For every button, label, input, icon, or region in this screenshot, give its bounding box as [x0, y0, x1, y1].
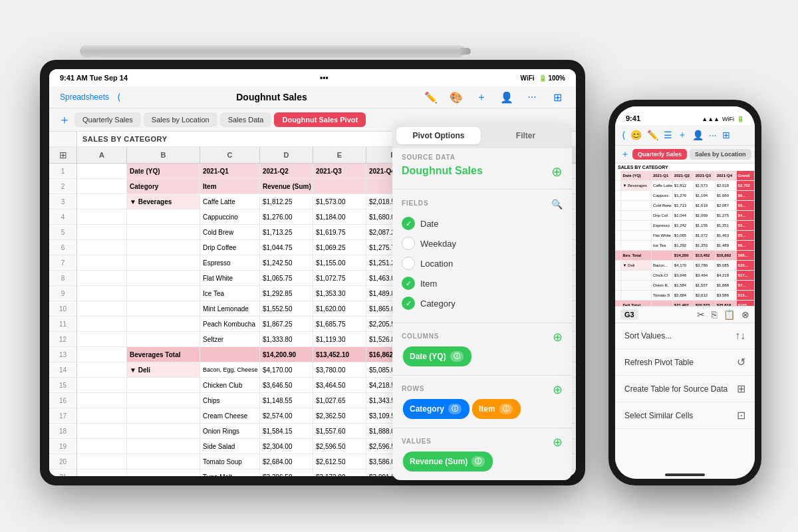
field-category-label: Category: [420, 299, 456, 309]
item-info-icon[interactable]: ⓘ: [499, 404, 513, 414]
col-a-header: A: [77, 147, 127, 163]
rows-label: ROWS: [402, 385, 424, 392]
close-x-icon[interactable]: ⊗: [741, 309, 749, 320]
iphone-table-row: Date (YQ) 2021-Q1 2021-Q2 2021-Q3 2021-Q…: [615, 171, 755, 181]
iphone-tools2-icon[interactable]: ⊞: [721, 128, 732, 142]
field-weekday-check[interactable]: [402, 237, 415, 250]
scene: 9:41 AM Tue Sep 14 ••• WiFi 🔋 100% Sprea…: [0, 0, 798, 532]
column-tag-date-yq[interactable]: Date (YQ) ⓘ: [403, 346, 471, 366]
columns-label: COLUMNS: [402, 332, 439, 340]
iphone-spreadsheet: SALES BY CATEGORY Date (YQ) 2021-Q1 2021…: [615, 164, 755, 306]
iphone-device: 9:41 ▲▲▲ WiFi 🔋 ⟨ 😊 ✏️ ☰ ＋ 👤 ··· ⊞: [608, 100, 761, 485]
row-tag-item[interactable]: Item ⓘ: [472, 399, 521, 419]
iphone-status-icons: ▲▲▲ WiFi 🔋: [702, 116, 744, 122]
create-table-label: Create Table for Source Data: [624, 384, 728, 394]
rows-add-icon[interactable]: ⊕: [553, 382, 563, 397]
col-c-header: C: [200, 147, 260, 163]
field-weekday: Weekday: [402, 233, 563, 253]
iphone-pen-icon[interactable]: ✏️: [646, 128, 660, 142]
sort-values-item[interactable]: Sort Values... ↑↓: [615, 323, 755, 349]
ipad-time: 9:41 AM Tue Sep 14: [60, 74, 128, 82]
date-yq-info-icon[interactable]: ⓘ: [450, 351, 464, 362]
copy-icon[interactable]: ⎘: [712, 309, 717, 320]
sort-values-label: Sort Values...: [624, 331, 672, 340]
add-sheet-button[interactable]: ＋: [57, 112, 72, 127]
field-item-check[interactable]: ✓: [402, 277, 415, 290]
iphone-back-icon[interactable]: ⟨: [620, 128, 626, 142]
iphone-format-icon[interactable]: ☰: [662, 128, 674, 142]
source-plus-icon[interactable]: ⊕: [551, 164, 563, 180]
select-similar-item[interactable]: Select Similar Cells ⊡: [615, 402, 755, 429]
fields-label: FIELDS: [402, 200, 428, 207]
pivot-fields-section: FIELDS 🔍 ✓ Date Weekday Location ✓ Item: [392, 194, 572, 319]
collaborate-icon[interactable]: ✏️: [423, 89, 439, 105]
revenue-info-icon[interactable]: ⓘ: [471, 456, 485, 467]
table-icon: ⊞: [737, 382, 745, 395]
back-icon[interactable]: ⟨: [117, 92, 120, 102]
back-button[interactable]: Spreadsheets: [60, 92, 109, 102]
field-location-check[interactable]: [402, 257, 415, 270]
add-icon[interactable]: ＋: [473, 89, 489, 105]
cut-icon[interactable]: ✂: [697, 309, 705, 320]
fields-search-icon[interactable]: 🔍: [551, 199, 563, 209]
tools-icon[interactable]: ⊞: [549, 89, 565, 105]
field-date-label: Date: [420, 219, 438, 229]
iphone-table-row: Flat White $1,065 $1,072 $1,463 $5...: [615, 231, 755, 241]
field-weekday-label: Weekday: [420, 239, 456, 249]
battery-icon: 🔋 100%: [539, 74, 565, 82]
iphone-section-title: SALES BY CATEGORY: [615, 164, 755, 171]
iphone-table-row: Ice Tea $1,292 $1,353 $1,489 $6...: [615, 241, 755, 251]
field-date-check[interactable]: ✓: [402, 217, 415, 230]
iphone-table-row: ▼ Deli Bacon... $4,170 $3,780 $5,085 $20…: [615, 261, 755, 271]
share-icon[interactable]: 👤: [499, 89, 515, 105]
iphone-table-row: Deli Total $21,497 $20,573 $25,818 $105.…: [615, 301, 755, 306]
iphone-emoji-icon[interactable]: 😊: [629, 128, 643, 142]
section-title: SALES BY CATEGORY: [77, 132, 172, 146]
iphone-home-bar: [615, 466, 755, 479]
sort-icon: ↑↓: [735, 330, 745, 342]
paste-icon[interactable]: 📋: [724, 309, 735, 320]
tab-quarterly-sales[interactable]: Quarterly Sales: [74, 112, 141, 127]
iphone-tab-sa[interactable]: Sa...: [754, 149, 755, 160]
iphone-table-row: Chick.Cl $3,646 $3,464 $4,218 $17...: [615, 271, 755, 281]
iphone-more-icon[interactable]: ···: [708, 128, 718, 142]
tab-sales-data[interactable]: Sales Data: [220, 112, 272, 127]
iphone-add-icon[interactable]: ＋: [676, 128, 688, 142]
source-data-label: SOURCE DATA: [402, 154, 563, 161]
field-location: Location: [402, 253, 563, 273]
iphone-table-row: ▼ Beverages Caffe Latte $1,812 $1,573 $2…: [615, 181, 755, 191]
iphone-battery-icon: 🔋: [737, 116, 744, 122]
columns-add-icon[interactable]: ⊕: [553, 330, 563, 344]
pivot-options-tab[interactable]: Pivot Options: [396, 127, 481, 144]
values-add-icon[interactable]: ⊕: [553, 435, 563, 450]
pivot-source-section: SOURCE DATA Doughnut Sales ⊕: [392, 148, 572, 185]
tab-sales-by-location[interactable]: Sales by Location: [144, 112, 217, 127]
value-tag-revenue[interactable]: Revenue (Sum) ⓘ: [403, 452, 493, 471]
category-info-icon[interactable]: ⓘ: [448, 404, 462, 414]
iphone-add-sheet-icon[interactable]: ＋: [620, 148, 630, 160]
refresh-pivot-item[interactable]: Refresh Pivot Table ↺: [615, 349, 755, 376]
create-table-item[interactable]: Create Table for Source Data ⊞: [615, 376, 755, 402]
ipad-status-bar: 9:41 AM Tue Sep 14 ••• WiFi 🔋 100%: [49, 69, 576, 86]
format-icon[interactable]: 🎨: [448, 89, 464, 105]
iphone-table-row: Cappucc. $1,276 $1,184 $1,680 $6...: [615, 191, 755, 201]
cell-ref-label: G3: [620, 309, 638, 320]
row-header-icon: ⊞: [59, 150, 67, 160]
iphone-person-icon[interactable]: 👤: [691, 128, 705, 142]
nav-title: Doughnut Sales: [128, 92, 415, 102]
col-d-header: D: [260, 147, 313, 163]
iphone-table-row: Bev. Total $14,200 $13,452 $16,862 $68..…: [615, 251, 755, 261]
more-icon[interactable]: ···: [524, 89, 540, 105]
iphone-tab-location[interactable]: Sales by Location: [690, 149, 751, 160]
row-tag-category[interactable]: Category ⓘ: [403, 399, 469, 419]
pivot-columns-section: COLUMNS ⊕ Date (YQ) ⓘ: [392, 327, 572, 371]
iphone-tab-quarterly[interactable]: Quarterly Sales: [632, 149, 687, 160]
field-category-check[interactable]: ✓: [402, 297, 415, 310]
pivot-filter-tab[interactable]: Filter: [483, 127, 568, 144]
context-menu: Sort Values... ↑↓ Refresh Pivot Table ↺ …: [615, 323, 755, 466]
field-location-label: Location: [420, 259, 453, 269]
iphone-tabs: ＋ Quarterly Sales Sales by Location Sa..…: [615, 146, 755, 164]
select-icon: ⊡: [737, 409, 745, 422]
iphone-notch: 9:41 ▲▲▲ WiFi 🔋: [615, 106, 755, 125]
tab-doughnut-sales-pivot[interactable]: Doughnut Sales Pivot: [274, 112, 366, 127]
